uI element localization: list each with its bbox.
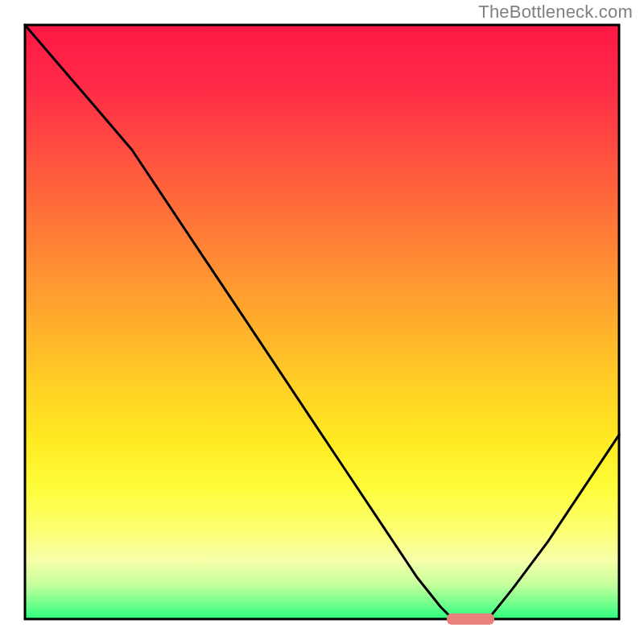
chart-container: { "watermark": "TheBottleneck.com", "cha… <box>0 0 644 644</box>
bottleneck-chart <box>0 0 644 644</box>
optimum-marker <box>447 613 494 625</box>
plot-background <box>25 25 619 619</box>
